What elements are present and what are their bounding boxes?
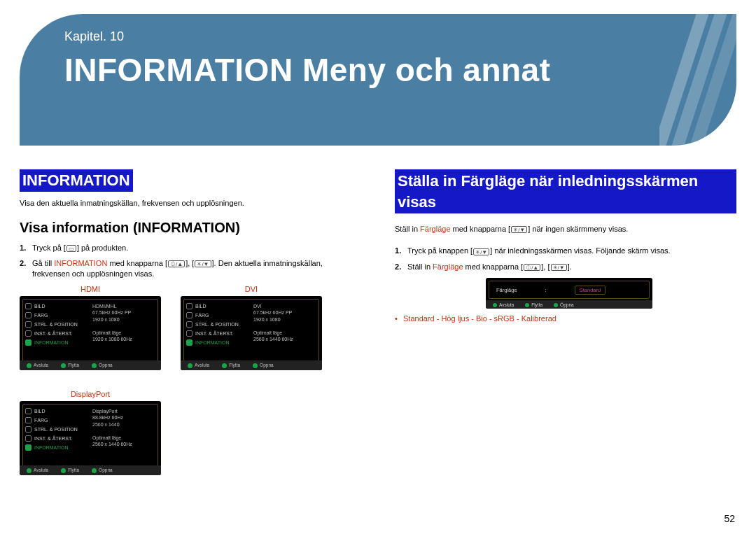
banner-stripes xyxy=(659,14,736,146)
right-steps: Tryck på knappen [✳/▼] när inledningsskä… xyxy=(395,246,736,272)
osd-thumb-dvi: DVI BILD FÄRG STRL. & POSITION INST. & Å… xyxy=(181,285,322,370)
section-heading-information: INFORMATION xyxy=(20,169,133,192)
farglage-osd: Färgläge : Standard Avsluta Flytta Öppna xyxy=(486,278,652,309)
osd-thumb-hdmi: HDMI BILD FÄRG STRL. & POSITION INST. & … xyxy=(20,285,161,370)
mode-options-bullet: Standard - Hög ljus - Bio - sRGB - Kalib… xyxy=(395,314,736,323)
thumb-label: DVI xyxy=(181,285,322,293)
right-step-1: Tryck på knappen [✳/▼] när inledningsskä… xyxy=(395,246,736,256)
up-button-icon: ⏀/▲ xyxy=(524,264,540,271)
chapter-banner: Kapitel. 10 INFORMATION Meny och annat xyxy=(20,14,736,146)
osd-screenshot: BILD FÄRG STRL. & POSITION INST. & ÅTERS… xyxy=(181,296,322,370)
osd-thumb-displayport: DisplayPort BILD FÄRG STRL. & POSITION I… xyxy=(20,390,161,475)
keyword-farglage: Färgläge xyxy=(420,225,450,233)
left-column: INFORMATION Visa den aktuella inmatnings… xyxy=(20,169,361,475)
up-button-icon: ⏀/▲ xyxy=(168,260,185,267)
page-number: 52 xyxy=(724,513,735,524)
thumb-label: DisplayPort xyxy=(20,390,161,398)
down-button-icon: ✳/▼ xyxy=(551,264,567,271)
right-step-2: Ställ in Färgläge med knapparna [⏀/▲], [… xyxy=(395,262,736,272)
subheading-visa-information: Visa information (INFORMATION) xyxy=(20,220,361,236)
down-button-icon: ✳/▼ xyxy=(511,226,527,233)
section-heading-farglage: Ställa in Färgläge när inledningsskärmen… xyxy=(395,169,736,213)
page-title: INFORMATION Meny och annat xyxy=(64,51,736,89)
information-lead: Visa den aktuella inmatningskällan, frek… xyxy=(20,199,361,207)
keyword-information: INFORMATION xyxy=(54,259,107,267)
down-button-icon: ✳/▼ xyxy=(473,248,489,255)
down-button-icon: ✳/▼ xyxy=(195,260,211,267)
osd-screenshot: BILD FÄRG STRL. & POSITION INST. & ÅTERS… xyxy=(20,296,161,370)
mini-label: Färgläge xyxy=(496,287,517,293)
mini-value: Standard xyxy=(575,286,606,295)
thumb-label: HDMI xyxy=(20,285,161,293)
osd-screenshot: BILD FÄRG STRL. & POSITION INST. & ÅTERS… xyxy=(20,401,161,475)
right-lead: Ställ in Färgläge med knapparna [✳/▼] nä… xyxy=(395,225,736,233)
left-steps: Tryck på [▭] på produkten. Gå till INFOR… xyxy=(20,243,361,280)
chapter-label: Kapitel. 10 xyxy=(64,29,736,44)
left-step-2: Gå till INFORMATION med knapparna [⏀/▲],… xyxy=(20,258,361,279)
left-step-1: Tryck på [▭] på produkten. xyxy=(20,243,361,253)
keyword-farglage: Färgläge xyxy=(433,262,463,271)
osd-thumbnails: HDMI BILD FÄRG STRL. & POSITION INST. & … xyxy=(20,285,361,475)
menu-button-icon: ▭ xyxy=(66,245,76,252)
right-column: Ställa in Färgläge när inledningsskärmen… xyxy=(395,169,736,475)
